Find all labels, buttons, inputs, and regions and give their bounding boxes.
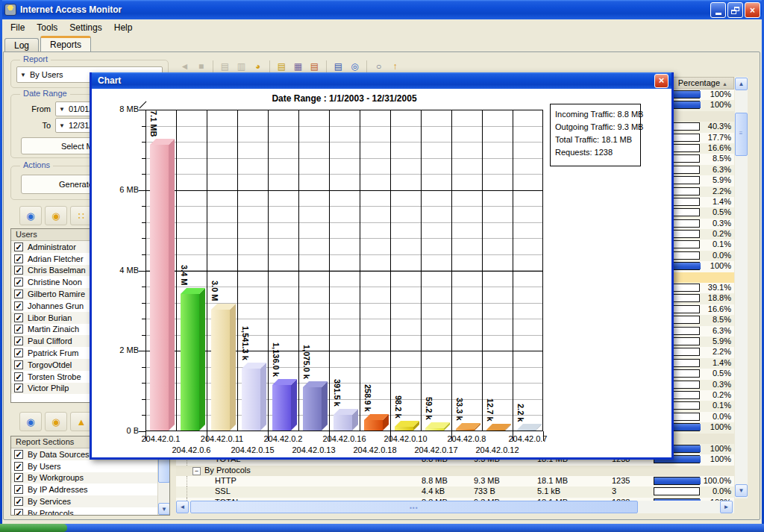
scroll-left-button[interactable]: ◄ [176,501,189,513]
checkbox-checked[interactable]: ✓ [14,242,23,251]
y-axis-minor-tick [142,206,145,207]
scroll-right-button[interactable]: ► [720,501,733,513]
restore-button[interactable] [727,2,743,18]
title-bar[interactable]: Internet Access Monitor × [0,0,764,19]
taskbar[interactable] [0,524,764,532]
checkbox-checked[interactable]: ✓ [14,473,23,482]
checkbox-checked[interactable]: ✓ [14,290,23,298]
menu-item-help[interactable]: Help [109,21,138,34]
checkbox-checked[interactable]: ✓ [14,325,23,334]
report-export-icon[interactable]: ▤ [307,60,322,73]
table-row[interactable]: HTTP8.8 MB9.3 MB18.1 MB1235100.0% [176,476,734,486]
outgoing-value: 733 B [474,486,495,495]
percentage-value: 0.2% [713,229,731,238]
app-window: Internet Access Monitor × FileToolsSetti… [0,0,764,532]
report-add-icon[interactable]: ▤ [275,60,289,73]
select-all-icon[interactable]: ◉ [19,206,42,225]
checkbox-checked[interactable]: ✓ [14,384,23,392]
table-row[interactable]: SSL4.4 kB733 B5.1 kB30.0% [176,486,734,497]
tab-reports[interactable]: Reports [40,36,91,52]
scroll-down-button[interactable]: ▼ [158,503,170,515]
bar-value-label: 1,541.3 k [241,326,250,360]
search-icon[interactable]: ○ [372,60,386,73]
bar-value-label: 98.2 k [394,395,403,419]
user-report-icon[interactable]: ▤ [331,60,345,73]
checkbox-checked[interactable]: ✓ [14,372,23,381]
checkbox-checked[interactable]: ✓ [14,278,23,287]
horizontal-scrollbar-thumb[interactable]: ▪▪▪ [190,501,638,513]
chart-bar [334,415,352,431]
total-value: 5.1 kB [537,486,560,495]
minimize-button[interactable] [710,2,726,18]
paste-icon: ▥ [234,60,248,73]
section-row[interactable]: ✓By IP Addresses [11,484,169,495]
percentage-value: 100% [710,90,731,98]
to-label: To [19,121,51,130]
checkbox-checked[interactable]: ✓ [14,509,23,516]
percentage-value: 8.5% [713,315,731,324]
checkbox-checked[interactable]: ✓ [14,485,23,494]
legend-entry: Requests: 1238 [555,148,636,160]
close-icon: × [750,5,755,16]
checkbox-checked[interactable]: ✓ [14,266,23,275]
dialog-title-bar[interactable]: Chart × [92,72,671,89]
chart-bar [517,430,536,431]
deselect-all-icon[interactable]: ◉ [45,206,67,225]
section-row[interactable]: ✓By Users [11,460,169,472]
row-name: SSL [215,486,231,495]
dialog-close-button[interactable]: × [654,74,668,88]
percentage-value: 0.5% [713,369,731,378]
horizontal-scrollbar[interactable]: ◄ ▪▪▪ ► [176,501,734,513]
table-group-row[interactable]: −By Protocols [176,466,734,476]
scroll-up-button[interactable]: ▲ [735,78,748,90]
percentage-value: 0.1% [713,240,731,248]
checkbox-checked[interactable]: ✓ [14,313,23,322]
checkbox-checked[interactable]: ✓ [14,337,23,345]
checkbox-checked[interactable]: ✓ [14,360,23,369]
dialog-title: Chart [98,75,654,86]
deselect-all-icon[interactable]: ◉ [45,412,67,431]
close-button[interactable]: × [745,2,760,18]
find-add-icon[interactable]: ◎ [348,60,362,73]
tab-log[interactable]: Log [4,38,39,52]
percentage-bar [654,487,700,495]
checkbox-checked[interactable]: ✓ [14,348,23,357]
percentage-value: 0.3% [713,380,731,389]
export-up-icon[interactable]: ↑ [388,60,402,73]
print-icon[interactable]: ▦ [291,60,305,73]
scroll-down-button[interactable]: ▼ [735,484,748,497]
chevron-down-icon: ▼ [161,506,167,513]
toolbar-separator [366,60,367,72]
checkbox-checked[interactable]: ✓ [14,301,23,310]
section-row-label: By Workgroups [28,473,84,482]
checkbox-checked[interactable]: ✓ [14,450,23,459]
chevron-down-icon: ▼ [20,72,26,78]
y-axis-minor-tick [142,415,145,416]
x-axis-tick [329,431,330,441]
percentage-value: 100% [710,422,731,431]
bar-value-label: 2.2 k [516,404,525,422]
section-row[interactable]: ✓By Workgroups [11,472,169,484]
section-row[interactable]: ✓By Services [11,495,169,507]
chart-bar-side [322,381,328,431]
menu-item-file[interactable]: File [5,21,30,34]
checkbox-checked[interactable]: ✓ [14,497,23,506]
checkbox-checked[interactable]: ✓ [14,254,23,263]
select-all-icon[interactable]: ◉ [19,412,42,431]
section-row[interactable]: ✓By Protocols [11,507,169,516]
section-row-label: By Users [28,462,61,471]
vertical-scrollbar-thumb[interactable]: ≡ [735,113,748,156]
checkbox-checked[interactable]: ✓ [14,462,23,471]
user-row-label: Administrator [28,242,76,251]
bar-value-label: 3.4 M [180,265,189,286]
y-axis-minor-tick [142,126,145,127]
start-button[interactable] [0,524,67,532]
vertical-scrollbar[interactable]: ▲ ≡ ▼ [735,77,748,498]
chart-bar [242,369,260,431]
menu-item-tools[interactable]: Tools [31,21,63,34]
y-axis-minor-tick [142,158,145,159]
x-axis-tick [543,431,544,441]
pie-chart-icon[interactable]: ◕ [251,60,265,73]
menu-item-settings[interactable]: Settings [64,21,107,34]
collapse-icon[interactable]: − [192,467,201,475]
